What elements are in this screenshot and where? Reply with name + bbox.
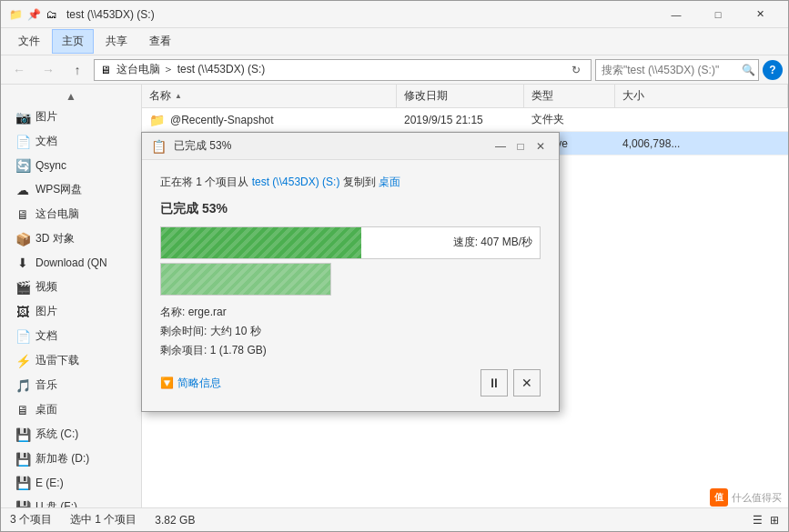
sidebar-item-label: U 盘 (F:) <box>35 499 77 507</box>
items-count: 3 个项目 <box>10 512 52 527</box>
sidebar-item-docs2[interactable]: 📄 文档 <box>1 324 141 348</box>
progress-bar-wave-2 <box>161 264 330 295</box>
qsync-icon: 🔄 <box>15 158 30 173</box>
sidebar-item-label: 音乐 <box>35 377 57 393</box>
menu-bar: 文件 主页 共享 查看 <box>1 28 788 55</box>
copy-progress-label: 已完成 53% <box>160 201 541 217</box>
menu-share[interactable]: 共享 <box>96 29 137 54</box>
menu-view[interactable]: 查看 <box>139 29 181 54</box>
sidebar-item-label: 文档 <box>35 328 57 344</box>
drive-icon: 💾 <box>15 427 30 442</box>
sidebar-scroll-up[interactable]: ▲ <box>1 88 141 105</box>
expand-details-button[interactable]: 🔽 简略信息 <box>160 376 221 391</box>
sidebar-item-desktop[interactable]: 🖥 桌面 <box>1 397 141 422</box>
file-size-cell: 4,006,798... <box>615 132 788 155</box>
sidebar-item-label: 3D 对象 <box>35 231 75 246</box>
quick-access-icon: 📌 <box>26 7 41 22</box>
view-icon-list[interactable]: ☰ <box>753 514 763 527</box>
copy-dest-link[interactable]: 桌面 <box>379 176 400 188</box>
sidebar-item-label: 文档 <box>35 134 57 149</box>
minimize-button[interactable]: — <box>655 1 697 28</box>
up-button[interactable]: ↑ <box>65 58 90 82</box>
cancel-button[interactable]: ✕ <box>513 369 541 396</box>
pause-button[interactable]: ⏸ <box>480 369 508 396</box>
video-icon: 🎬 <box>15 280 30 295</box>
music-icon: 🎵 <box>15 378 30 393</box>
copy-dialog-minimize[interactable]: — <box>491 137 510 156</box>
sidebar-item-this-pc[interactable]: 🖥 这台电脑 <box>1 202 141 226</box>
view-icon-grid[interactable]: ⊞ <box>770 514 779 527</box>
copy-dialog-body: 正在将 1 个项目从 test (\\453DX) (S:) 复制到 桌面 已完… <box>142 160 559 411</box>
pictures-icon: 🖼 <box>15 305 30 319</box>
progress-bar-outer: 速度: 407 MB/秒 <box>160 226 541 259</box>
sidebar-item-wps-cloud[interactable]: ☁ WPS网盘 <box>1 177 141 202</box>
sidebar-item-label: 迅雷下载 <box>35 353 79 368</box>
sidebar-item-system-c[interactable]: 💾 系统 (C:) <box>1 422 141 447</box>
col-header-type[interactable]: 类型 <box>524 85 615 107</box>
sidebar-item-drive-e[interactable]: 💾 E (E:) <box>1 471 141 495</box>
sidebar-item-label: Download (QN <box>35 256 107 269</box>
back-button[interactable]: ← <box>6 58 32 82</box>
folder-up-icon: 🗂 <box>45 7 59 22</box>
sidebar-item-pictures2[interactable]: 🖼 图片 <box>1 299 141 324</box>
sidebar-item-documents[interactable]: 📄 文档 <box>1 129 141 154</box>
copy-dialog-overlay: 📋 已完成 53% — □ ✕ 正在将 1 个项目从 test (\\453DX… <box>141 132 560 412</box>
forward-button[interactable]: → <box>35 58 61 82</box>
sidebar-item-3d-objects[interactable]: 📦 3D 对象 <box>1 226 141 251</box>
sidebar-item-music[interactable]: 🎵 音乐 <box>1 373 141 397</box>
copy-dialog-maximize[interactable]: □ <box>511 137 530 156</box>
copy-items-label: 剩余项目: <box>160 344 207 356</box>
cloud-icon: ☁ <box>15 183 30 197</box>
copy-actions: 🔽 简略信息 ⏸ ✕ <box>160 369 541 396</box>
progress-speed: 速度: 407 MB/秒 <box>453 235 532 250</box>
col-header-name[interactable]: 名称 ▲ <box>142 85 397 107</box>
sidebar-item-label: WPS网盘 <box>35 182 82 197</box>
address-bar-path-icon: 🖥 <box>100 64 111 76</box>
copy-remaining-items-row: 剩余项目: 1 (1.78 GB) <box>160 343 541 358</box>
col-header-date[interactable]: 修改日期 <box>397 85 524 107</box>
dialog-controls: ⏸ ✕ <box>480 369 541 396</box>
file-type-cell: 文件夹 <box>524 108 615 131</box>
help-button[interactable]: ? <box>763 60 783 80</box>
copy-filename-label: 名称: <box>160 306 185 318</box>
search-input[interactable] <box>602 64 738 76</box>
copy-filename-row: 名称: erge.rar <box>160 305 541 320</box>
sidebar-item-label: 桌面 <box>35 402 57 417</box>
address-bar-path: 这台电脑 ＞ test (\\453DX) (S:) <box>116 62 561 77</box>
search-box: 🔍 <box>595 59 759 81</box>
sidebar-item-label: 视频 <box>35 279 57 295</box>
maximize-button[interactable]: □ <box>697 1 739 28</box>
sidebar-item-thunder[interactable]: ⚡ 迅雷下载 <box>1 348 141 373</box>
copy-dialog-titlebar: 📋 已完成 53% — □ ✕ <box>142 133 559 160</box>
sidebar-item-new-d[interactable]: 💾 新加卷 (D:) <box>1 447 141 471</box>
toolbar: ← → ↑ 🖥 这台电脑 ＞ test (\\453DX) (S:) ↻ 🔍 ? <box>1 55 788 85</box>
sidebar-item-videos[interactable]: 🎬 视频 <box>1 275 141 299</box>
address-refresh-button[interactable]: ↻ <box>567 64 585 76</box>
sidebar-item-pictures[interactable]: 📷 图片 <box>1 105 141 129</box>
close-button[interactable]: ✕ <box>739 1 781 28</box>
status-right: ☰ ⊞ <box>753 514 779 527</box>
watermark-text: 什么值得买 <box>732 491 782 505</box>
address-bar[interactable]: 🖥 这台电脑 ＞ test (\\453DX) (S:) ↻ <box>94 59 592 81</box>
sidebar-item-label: Qsync <box>35 159 66 172</box>
file-row[interactable]: 📁 @Recently-Snapshot 2019/9/15 21:15 文件夹 <box>142 108 788 132</box>
menu-home[interactable]: 主页 <box>52 29 94 54</box>
search-icon: 🔍 <box>742 64 755 76</box>
sidebar-item-qsync[interactable]: 🔄 Qsync <box>1 154 141 177</box>
sidebar-item-label: 系统 (C:) <box>35 427 78 442</box>
sidebar-item-downloads[interactable]: ⬇ Download (QN <box>1 251 141 275</box>
col-header-size[interactable]: 大小 <box>615 85 788 107</box>
sidebar-item-label: E (E:) <box>35 477 64 489</box>
copy-dialog-close[interactable]: ✕ <box>531 137 550 156</box>
copy-items-value: 1 (1.78 GB) <box>210 344 267 356</box>
sort-icon: ▲ <box>175 92 182 100</box>
usb-icon: 💾 <box>15 500 30 508</box>
selected-size: 3.82 GB <box>155 514 195 527</box>
copy-src-link[interactable]: test (\\453DX) (S:) <box>252 176 340 188</box>
menu-file[interactable]: 文件 <box>8 29 50 54</box>
sidebar-item-label: 新加卷 (D:) <box>35 451 89 467</box>
thunder-icon: ⚡ <box>15 354 30 368</box>
download-icon: ⬇ <box>15 256 30 270</box>
sidebar-item-label: 图片 <box>35 109 57 125</box>
sidebar-item-usb-f[interactable]: 💾 U 盘 (F:) <box>1 495 141 507</box>
